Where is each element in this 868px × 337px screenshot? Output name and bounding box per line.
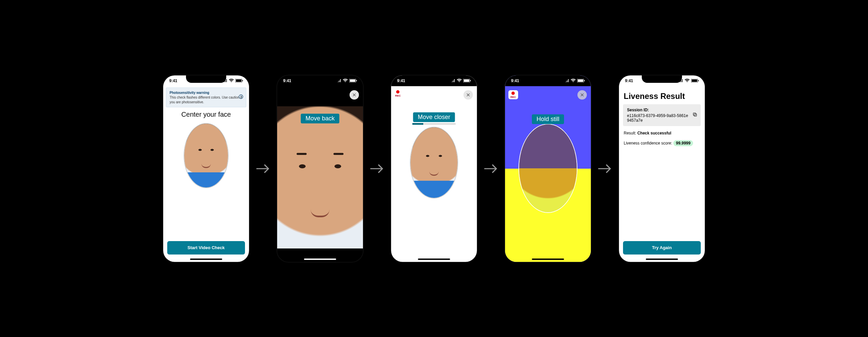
result-label: Result: (624, 131, 636, 135)
result-value: Check successful (638, 131, 671, 135)
warning-body: This check flashes different colors. Use… (169, 96, 242, 104)
close-icon (352, 93, 356, 97)
svg-rect-28 (694, 114, 697, 116)
svg-rect-14 (464, 80, 469, 82)
battery-icon (577, 79, 585, 83)
wifi-icon (343, 79, 348, 83)
home-indicator (304, 258, 336, 260)
battery-icon (235, 79, 243, 83)
camera-face-preview (184, 123, 228, 188)
rec-label: REC (510, 96, 516, 99)
home-indicator (418, 258, 450, 260)
svg-rect-8 (350, 80, 355, 82)
flow-arrow-icon (483, 161, 499, 177)
score-badge: 99.9999 (673, 140, 693, 146)
record-dot-icon (396, 90, 400, 94)
close-icon (580, 93, 585, 97)
device-notch (414, 75, 454, 83)
recording-indicator: REC (395, 90, 401, 97)
battery-icon (349, 79, 357, 83)
hint-move-back: Move back (301, 114, 339, 123)
session-id-label: Session ID: (627, 108, 689, 112)
hint-move-closer: Move closer (413, 112, 455, 122)
result-row: Result: Check successful (624, 131, 700, 135)
start-video-check-button[interactable]: Start Video Check (167, 241, 245, 254)
status-time: 9:41 (283, 79, 291, 83)
status-time: 9:41 (169, 79, 177, 83)
liveness-flow-diagram: 9:41 Photosensitivity warning This check… (0, 0, 868, 337)
wifi-icon (571, 79, 576, 83)
try-again-button[interactable]: Try Again (623, 241, 701, 254)
face-oval-guide (184, 123, 228, 188)
screen-center-face: 9:41 Photosensitivity warning This check… (163, 75, 249, 262)
svg-rect-1 (236, 80, 241, 82)
svg-rect-27 (698, 80, 699, 82)
flow-arrow-icon (255, 161, 271, 177)
device-notch (186, 75, 226, 83)
heading-center-face: Center your face (163, 111, 249, 118)
battery-icon (463, 79, 471, 83)
close-button[interactable] (464, 90, 473, 100)
camera-face-preview (410, 127, 458, 198)
flow-arrow-icon (369, 161, 385, 177)
svg-rect-29 (693, 113, 696, 116)
face-tint-top (519, 124, 577, 168)
device-notch (642, 75, 682, 83)
info-icon[interactable] (239, 95, 243, 101)
svg-rect-21 (584, 80, 585, 82)
close-button[interactable] (349, 90, 359, 100)
screen-move-closer: 9:41 REC Move closer (391, 75, 477, 262)
recording-indicator: REC (508, 90, 518, 99)
svg-rect-26 (692, 80, 697, 82)
svg-rect-2 (242, 80, 243, 82)
wifi-icon (457, 79, 462, 83)
flow-arrow-icon (597, 161, 613, 177)
wifi-icon (229, 79, 234, 83)
close-button[interactable] (578, 90, 587, 100)
progress-bar (412, 123, 456, 125)
svg-point-5 (241, 96, 241, 96)
device-notch (300, 75, 340, 83)
face-oval-guide (519, 124, 578, 213)
screen-hold-still: 9:41 REC Hold still (505, 75, 591, 262)
face-tint-bottom (519, 168, 577, 212)
battery-icon (691, 79, 699, 83)
camera-preview (277, 106, 363, 248)
close-icon (466, 93, 470, 97)
warning-title: Photosensitivity warning (169, 91, 243, 95)
hint-hold-still: Hold still (532, 114, 564, 124)
progress-fill (412, 123, 423, 125)
home-indicator (190, 258, 222, 260)
camera-face-preview (277, 106, 363, 248)
record-dot-icon (512, 92, 515, 95)
status-time: 9:41 (625, 79, 633, 83)
svg-rect-20 (578, 80, 583, 82)
copy-button[interactable] (692, 112, 698, 118)
screen-liveness-result: 9:41 Liveness Result Session ID: e116c87… (619, 75, 705, 262)
device-notch (528, 75, 568, 83)
svg-rect-9 (356, 80, 357, 82)
photosensitivity-warning: Photosensitivity warning This check flas… (166, 88, 246, 108)
result-title: Liveness Result (624, 92, 700, 101)
home-indicator (646, 258, 678, 260)
score-label: Liveness confidence score: (624, 141, 672, 146)
home-indicator (532, 258, 564, 260)
status-time: 9:41 (397, 79, 405, 83)
wifi-icon (685, 79, 690, 83)
session-id-value: e116c873-6379-4959-9a83-5861e9457a7e (627, 113, 688, 123)
screen-move-back: 9:41 Move back (277, 75, 363, 262)
svg-rect-15 (470, 80, 471, 82)
session-id-box: Session ID: e116c873-6379-4959-9a83-5861… (623, 104, 701, 126)
copy-icon (692, 112, 698, 117)
face-oval-guide (410, 127, 458, 198)
status-time: 9:41 (511, 79, 519, 83)
score-row: Liveness confidence score: 99.9999 (624, 140, 700, 146)
rec-label: REC (395, 94, 401, 97)
